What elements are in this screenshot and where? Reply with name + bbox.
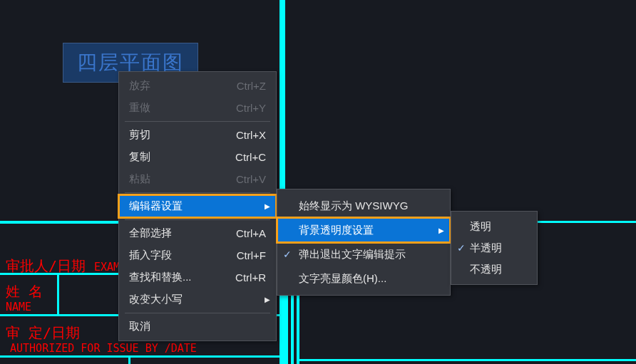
menu-item-find-replace[interactable]: 查找和替换... Ctrl+R bbox=[119, 266, 276, 288]
menu-label: 改变大小写 bbox=[129, 293, 266, 306]
menu-label: 复制 bbox=[129, 150, 221, 164]
drawing-line bbox=[279, 0, 285, 364]
menu-label: 放弃 bbox=[129, 79, 222, 93]
menu-item-semi-transparent[interactable]: ✓ 半透明 bbox=[451, 237, 537, 259]
menu-separator bbox=[125, 121, 270, 122]
menu-item-bg-opacity[interactable]: 背景透明度设置 ▶ bbox=[277, 218, 450, 242]
submenu-bg-opacity: 透明 ✓ 半透明 不透明 bbox=[451, 211, 538, 285]
submenu-editor-settings: 始终显示为 WYSIWYG 背景透明度设置 ▶ ✓ 弹出退出文字编辑提示 文字亮… bbox=[277, 189, 451, 296]
menu-item-change-case[interactable]: 改变大小写 ▶ bbox=[119, 288, 276, 311]
menu-item-insert-field[interactable]: 插入字段 Ctrl+F bbox=[119, 244, 276, 266]
menu-shortcut: Ctrl+Y bbox=[236, 102, 266, 114]
menu-label: 粘贴 bbox=[129, 172, 222, 186]
cad-drawing-canvas: 四层平面图 审批人/日期 EXAM 姓 名 NAME 审 定/日期 AUTHOR… bbox=[0, 0, 636, 364]
menu-item-editor-settings[interactable]: 编辑器设置 ▶ bbox=[119, 195, 276, 217]
chevron-right-icon: ▶ bbox=[265, 296, 270, 303]
menu-item-wysiwyg[interactable]: 始终显示为 WYSIWYG bbox=[277, 194, 450, 218]
menu-label: 插入字段 bbox=[129, 249, 222, 262]
chevron-right-icon: ▶ bbox=[265, 202, 270, 210]
menu-label: 剪切 bbox=[129, 128, 222, 142]
menu-label: 不透明 bbox=[470, 263, 527, 276]
menu-item-undo[interactable]: 放弃 Ctrl+Z bbox=[119, 75, 276, 97]
menu-label: 背景透明度设置 bbox=[299, 224, 440, 237]
menu-label: 全部选择 bbox=[129, 227, 222, 240]
menu-label: 始终显示为 WYSIWYG bbox=[299, 199, 440, 213]
title-block-authorized-cn: 审 定/日期 bbox=[6, 323, 80, 343]
drawing-line bbox=[297, 359, 636, 361]
menu-item-redo[interactable]: 重做 Ctrl+Y bbox=[119, 97, 276, 119]
menu-label: 取消 bbox=[129, 320, 266, 333]
chevron-right-icon: ▶ bbox=[438, 227, 444, 234]
title-block-approver-en: EXAM bbox=[94, 261, 120, 274]
menu-label: 重做 bbox=[129, 101, 222, 115]
check-icon: ✓ bbox=[457, 242, 466, 254]
menu-shortcut: Ctrl+V bbox=[236, 173, 266, 185]
menu-separator bbox=[125, 219, 270, 220]
menu-label: 半透明 bbox=[470, 241, 527, 255]
menu-item-transparent[interactable]: 透明 bbox=[451, 216, 537, 237]
context-menu: 放弃 Ctrl+Z 重做 Ctrl+Y 剪切 Ctrl+X 复制 Ctrl+C … bbox=[118, 71, 277, 341]
menu-separator bbox=[125, 313, 270, 313]
menu-label: 文字亮显颜色(H)... bbox=[299, 272, 440, 286]
menu-label: 弹出退出文字编辑提示 bbox=[299, 248, 440, 261]
menu-label: 编辑器设置 bbox=[129, 199, 266, 213]
title-block-approver-cn: 审批人/日期 bbox=[6, 256, 86, 276]
menu-shortcut: Ctrl+A bbox=[236, 227, 266, 239]
menu-shortcut: Ctrl+X bbox=[236, 129, 266, 141]
menu-item-select-all[interactable]: 全部选择 Ctrl+A bbox=[119, 222, 276, 244]
menu-item-cancel[interactable]: 取消 bbox=[119, 316, 276, 338]
check-icon: ✓ bbox=[283, 249, 292, 260]
menu-item-highlight-color[interactable]: 文字亮显颜色(H)... bbox=[277, 266, 450, 291]
menu-item-exit-prompt[interactable]: ✓ 弹出退出文字编辑提示 bbox=[277, 242, 450, 266]
title-block-name-cn: 姓 名 bbox=[6, 282, 43, 301]
menu-item-copy[interactable]: 复制 Ctrl+C bbox=[119, 146, 276, 168]
title-block-authorized-en: AUTHORIZED FOR ISSUE BY /DATE bbox=[10, 342, 197, 355]
menu-item-opaque[interactable]: 不透明 bbox=[451, 259, 537, 280]
menu-item-cut[interactable]: 剪切 Ctrl+X bbox=[119, 124, 276, 146]
menu-separator bbox=[125, 192, 270, 193]
menu-shortcut: Ctrl+F bbox=[237, 249, 266, 261]
menu-label: 查找和替换... bbox=[129, 271, 221, 284]
menu-label: 透明 bbox=[470, 220, 527, 234]
menu-shortcut: Ctrl+Z bbox=[237, 80, 266, 92]
menu-item-paste[interactable]: 粘贴 Ctrl+V bbox=[119, 168, 276, 190]
menu-shortcut: Ctrl+R bbox=[235, 271, 266, 284]
title-block-name-en: NAME bbox=[6, 301, 31, 313]
menu-shortcut: Ctrl+C bbox=[235, 151, 266, 163]
